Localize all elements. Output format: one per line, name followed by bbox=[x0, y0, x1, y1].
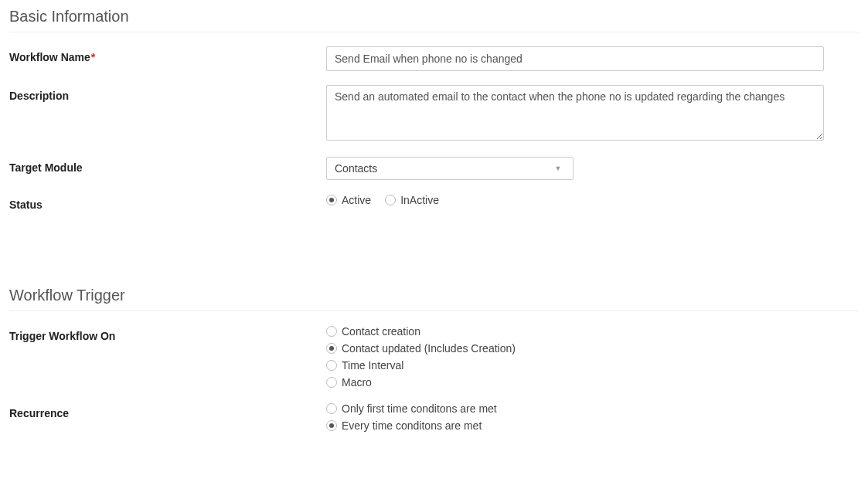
status-active-radio[interactable]: Active bbox=[326, 194, 371, 206]
status-row: Status Active InActive bbox=[9, 194, 859, 211]
trigger-on-label: Trigger Workflow On bbox=[9, 325, 326, 342]
status-label: Status bbox=[9, 194, 326, 211]
section-header-basic: Basic Information bbox=[9, 8, 859, 32]
status-inactive-radio[interactable]: InActive bbox=[385, 194, 439, 206]
description-row: Description Send an automated email to t… bbox=[9, 85, 859, 143]
workflow-name-row: Workflow Name* bbox=[9, 46, 859, 71]
radio-icon bbox=[326, 343, 337, 354]
recurrence-every-label: Every time conditons are met bbox=[342, 419, 482, 432]
required-asterisk: * bbox=[91, 51, 95, 63]
workflow-name-label: Workflow Name* bbox=[9, 46, 326, 63]
trigger-creation-label: Contact creation bbox=[342, 325, 420, 338]
radio-icon bbox=[326, 326, 337, 337]
trigger-creation-radio[interactable]: Contact creation bbox=[326, 325, 516, 338]
recurrence-first-label: Only first time conditons are met bbox=[342, 402, 497, 415]
description-label: Description bbox=[9, 85, 326, 102]
recurrence-every-radio[interactable]: Every time conditons are met bbox=[326, 419, 497, 432]
target-module-label: Target Module bbox=[9, 157, 326, 174]
target-module-row: Target Module Contacts ▼ bbox=[9, 157, 859, 180]
status-active-label: Active bbox=[342, 194, 371, 206]
description-textarea[interactable]: Send an automated email to the contact w… bbox=[326, 85, 824, 141]
workflow-name-input[interactable] bbox=[326, 46, 824, 71]
section-header-trigger: Workflow Trigger bbox=[9, 287, 859, 311]
radio-icon bbox=[326, 195, 337, 205]
chevron-down-icon: ▼ bbox=[551, 161, 565, 175]
radio-icon bbox=[326, 420, 337, 431]
trigger-time-interval-label: Time Interval bbox=[342, 359, 403, 372]
radio-icon bbox=[326, 360, 337, 371]
radio-icon bbox=[326, 377, 337, 388]
recurrence-row: Recurrence Only first time conditons are… bbox=[9, 402, 859, 432]
target-module-select[interactable]: Contacts ▼ bbox=[326, 157, 574, 180]
trigger-macro-label: Macro bbox=[342, 376, 372, 389]
status-inactive-label: InActive bbox=[400, 194, 439, 206]
radio-icon bbox=[326, 403, 337, 414]
target-module-value: Contacts bbox=[335, 162, 377, 175]
trigger-updated-label: Contact updated (Includes Creation) bbox=[342, 342, 516, 355]
radio-icon bbox=[385, 195, 396, 205]
trigger-updated-radio[interactable]: Contact updated (Includes Creation) bbox=[326, 342, 516, 355]
recurrence-first-radio[interactable]: Only first time conditons are met bbox=[326, 402, 497, 415]
trigger-time-interval-radio[interactable]: Time Interval bbox=[326, 359, 516, 372]
trigger-macro-radio[interactable]: Macro bbox=[326, 376, 516, 389]
recurrence-label: Recurrence bbox=[9, 402, 326, 419]
trigger-on-row: Trigger Workflow On Contact creation Con… bbox=[9, 325, 859, 389]
